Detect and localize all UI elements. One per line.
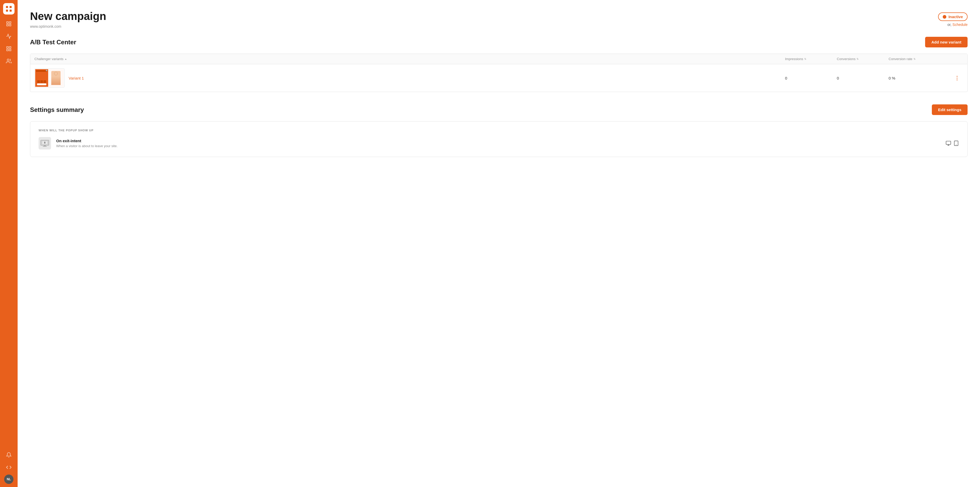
conversion-rate-value: 0 %: [889, 76, 951, 80]
settings-subsection-title: WHEN WILL THE POPUP SHOW UP: [38, 129, 959, 132]
sort-impressions-icon: ⇅: [804, 57, 806, 61]
page-header: New campaign www.optimonk.com Inactive o…: [30, 10, 967, 29]
settings-section: Settings summary Edit settings WHEN WILL…: [30, 104, 967, 157]
gift-box-1: [37, 80, 40, 83]
popup-cta-button: [37, 83, 46, 85]
page-subtitle: www.optimonk.com: [30, 24, 106, 29]
svg-rect-6: [7, 24, 8, 26]
sort-icon: ▲: [64, 57, 67, 61]
person-figure: [51, 71, 60, 85]
conversions-value: 0: [837, 76, 889, 80]
schedule-text: or, Schedule: [947, 22, 967, 27]
sidebar-item-analytics[interactable]: [4, 31, 14, 42]
sidebar-item-users[interactable]: [4, 56, 14, 66]
variant-name[interactable]: Variant 1: [68, 76, 84, 80]
header-right: Inactive or, Schedule: [938, 10, 967, 27]
svg-rect-1: [10, 6, 12, 8]
exit-intent-icon: [40, 140, 49, 147]
svg-rect-2: [6, 10, 8, 12]
sort-conversions-icon: ⇅: [856, 57, 859, 61]
page-title: New campaign: [30, 10, 106, 22]
svg-rect-15: [44, 145, 46, 146]
gift-box-3: [43, 80, 46, 83]
svg-rect-5: [10, 22, 11, 23]
svg-rect-3: [10, 10, 12, 12]
popup-preview-right: [48, 69, 64, 87]
settings-card: WHEN WILL THE POPUP SHOW UP: [30, 121, 967, 157]
col-conversions: Conversions ⇅: [837, 57, 889, 61]
tablet-icon: [953, 141, 959, 146]
ab-test-title: A/B Test Center: [30, 38, 76, 46]
svg-rect-16: [43, 146, 47, 147]
desktop-icon: [945, 141, 951, 146]
svg-rect-7: [10, 24, 11, 26]
svg-rect-17: [946, 141, 951, 145]
sidebar-item-code[interactable]: [4, 462, 14, 473]
ab-test-section: A/B Test Center Add new variant Challeng…: [30, 37, 967, 92]
status-dot-icon: [943, 15, 947, 19]
settings-header: Settings summary Edit settings: [30, 104, 967, 115]
settings-row: On exit-intent When a visitor is about t…: [38, 137, 959, 150]
settings-left: On exit-intent When a visitor is about t…: [38, 137, 118, 150]
gift-box-2: [40, 80, 43, 83]
svg-rect-9: [10, 46, 11, 48]
sort-rate-icon: ⇅: [913, 57, 916, 61]
status-toggle[interactable]: Inactive: [938, 13, 967, 21]
ab-test-header: A/B Test Center Add new variant: [30, 37, 967, 47]
variants-table: Challenger variants ▲ Impressions ⇅ Conv…: [30, 54, 967, 92]
sidebar: NL: [0, 0, 18, 487]
schedule-link[interactable]: Schedule: [953, 22, 967, 27]
svg-rect-4: [7, 22, 8, 23]
col-challenger-variants: Challenger variants ▲: [35, 57, 785, 61]
edit-settings-button[interactable]: Edit settings: [932, 104, 967, 115]
trigger-description: When a visitor is about to leave your si…: [56, 144, 118, 148]
sidebar-item-grid[interactable]: [4, 43, 14, 54]
impressions-value: 0: [785, 76, 837, 80]
header-left: New campaign www.optimonk.com: [30, 10, 106, 29]
app-logo[interactable]: [3, 3, 14, 14]
col-impressions: Impressions ⇅: [785, 57, 837, 61]
popup-gifts: [37, 80, 46, 83]
settings-title: Settings summary: [30, 106, 84, 113]
sidebar-item-dashboard[interactable]: [4, 19, 14, 29]
col-conversion-rate: Conversion rate ⇅: [889, 57, 951, 61]
popup-preview-left: [35, 69, 48, 87]
trigger-name: On exit-intent: [56, 139, 118, 143]
variant-thumbnail[interactable]: [35, 69, 64, 88]
sidebar-bottom: NL: [4, 450, 14, 484]
table-row: Variant 1 0 0 0 % ⋮: [30, 64, 967, 92]
head-circle: [54, 72, 58, 75]
svg-rect-10: [7, 49, 8, 51]
svg-rect-8: [7, 46, 8, 48]
trigger-icon-box: [38, 137, 51, 150]
row-more-button[interactable]: ⋮: [951, 75, 963, 81]
svg-rect-11: [10, 49, 11, 51]
popup-preview: [35, 69, 64, 87]
table-header: Challenger variants ▲ Impressions ⇅ Conv…: [30, 54, 967, 64]
device-icons: [945, 141, 959, 146]
col-actions: [951, 57, 963, 61]
main-content: New campaign www.optimonk.com Inactive o…: [18, 0, 980, 487]
settings-info: On exit-intent When a visitor is about t…: [56, 139, 118, 148]
variant-cell: Variant 1: [35, 69, 785, 88]
sidebar-item-notifications[interactable]: [4, 450, 14, 460]
add-variant-button[interactable]: Add new variant: [925, 37, 967, 47]
status-label: Inactive: [948, 14, 963, 19]
svg-point-12: [7, 59, 9, 61]
avatar[interactable]: NL: [4, 474, 13, 484]
sidebar-top: [3, 3, 14, 66]
svg-rect-0: [6, 6, 8, 8]
